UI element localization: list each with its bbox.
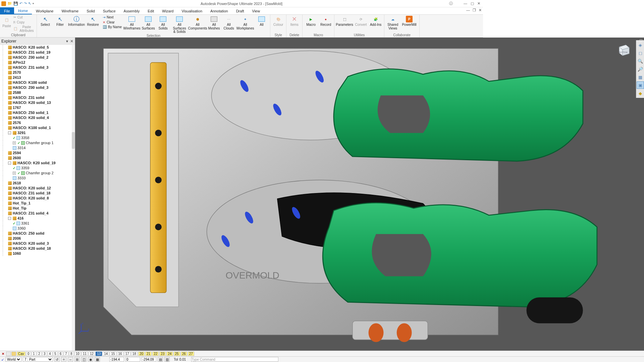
tree-item[interactable]: HASCO: K20 solid_12 xyxy=(8,186,71,191)
tab-annotation[interactable]: Annotation xyxy=(206,7,232,14)
all-meshes-button[interactable]: All Meshes xyxy=(208,15,220,30)
tree-item[interactable]: 3314 xyxy=(13,145,71,150)
tree-item[interactable]: HASCO: Z31 solid_3 xyxy=(8,65,71,70)
scrollbar-thumb[interactable] xyxy=(72,132,75,149)
file-menu[interactable]: File xyxy=(0,7,14,14)
panel-pin-icon[interactable]: ▾ xyxy=(66,39,68,44)
tree-item[interactable]: HASCO: K20 solid_18 xyxy=(8,246,71,251)
tree-item[interactable]: 2413 xyxy=(8,75,71,80)
tree-item[interactable]: 2006 xyxy=(8,236,71,241)
colour-button[interactable]: 🎨Colour xyxy=(272,15,284,27)
tree-item[interactable]: HASCO: K100 solid xyxy=(8,80,71,85)
all-components-button[interactable]: ⬢All Components xyxy=(190,15,206,30)
tree-item[interactable]: HASCO: K20 solid_4 xyxy=(8,115,71,120)
tree-item[interactable]: HASCO: Z00 solid_3 xyxy=(8,85,71,90)
tab-wizard[interactable]: Wizard xyxy=(158,7,177,14)
tab-workplane[interactable]: Workplane xyxy=(32,7,57,14)
tree-item[interactable]: APin12 xyxy=(8,60,71,65)
panel-close-icon[interactable]: ✕ xyxy=(70,39,73,44)
collapse-icon[interactable]: - xyxy=(8,162,11,165)
qat-select-icon[interactable]: ↖ xyxy=(28,1,31,6)
close-button[interactable]: ✕ xyxy=(477,1,480,6)
filter-button[interactable]: ↖Filter xyxy=(54,15,66,27)
tree-item[interactable]: HASCO: Z31 solid_18 xyxy=(8,191,71,196)
tab-edit[interactable]: Edit xyxy=(144,7,158,14)
tree-item[interactable]: +✓Chamfer group 1 xyxy=(13,140,71,145)
scrollbar-track[interactable] xyxy=(72,45,75,275)
all-surfaces-button[interactable]: All Surfaces xyxy=(142,15,155,30)
expand-icon[interactable]: + xyxy=(13,172,16,175)
tree-item[interactable]: 2588 xyxy=(8,90,71,95)
delete-items-button[interactable]: ✕Items xyxy=(288,15,300,27)
help-icon[interactable]: ⓘ xyxy=(449,1,453,6)
mdi-minimize-icon[interactable]: — xyxy=(466,8,470,12)
macro-button[interactable]: ▶Macro xyxy=(305,15,317,27)
record-button[interactable]: ●Record xyxy=(319,15,332,27)
tab-visualisation[interactable]: Visualisation xyxy=(177,7,206,14)
tree-item[interactable]: 2618 xyxy=(8,181,71,186)
tree-item[interactable]: Hot_Tip xyxy=(8,206,71,211)
information-button[interactable]: ⓘInformation xyxy=(68,15,85,27)
tree-item[interactable]: Hot_Tip_1 xyxy=(8,201,71,206)
tab-draft[interactable]: Draft xyxy=(232,7,248,14)
mdi-restore-icon[interactable]: ❐ xyxy=(473,8,476,12)
expand-icon[interactable]: + xyxy=(13,141,16,144)
tree-item[interactable]: HASCO: Z50 solid xyxy=(8,231,71,236)
all-solids-button[interactable]: All Solids xyxy=(157,15,169,30)
copy-button[interactable]: ⎘Copy xyxy=(13,20,35,25)
tree-item[interactable]: 2576 xyxy=(8,120,71,125)
clear-button[interactable]: ✕Clear xyxy=(103,20,122,25)
tree-item[interactable]: 2600 xyxy=(8,156,71,161)
viewport-3d[interactable]: ⊟ xyxy=(75,38,483,275)
tree-item[interactable]: HASCO: K20 solid_8 xyxy=(8,196,71,201)
tree-item[interactable]: HASCO: Z31 solid_4 xyxy=(8,211,71,216)
all-clouds-button[interactable]: ⋯All Clouds xyxy=(222,15,235,30)
tree-item[interactable]: -416 xyxy=(8,216,71,221)
parameters-button[interactable]: ⬚Parameters xyxy=(336,15,353,27)
tree-item[interactable]: HASCO: Z50 solid_1 xyxy=(8,110,71,115)
restore-button[interactable]: ↖Restore xyxy=(87,15,99,27)
collapse-icon[interactable]: - xyxy=(8,131,11,134)
tab-view[interactable]: View xyxy=(248,7,264,14)
tree-item[interactable]: 3333 xyxy=(13,176,71,181)
next-button[interactable]: ⇥Next xyxy=(103,15,122,20)
powermill-button[interactable]: PPowerMill xyxy=(401,15,417,27)
tree-item[interactable]: 1060 xyxy=(8,251,71,256)
tree-item[interactable]: 2594 xyxy=(8,150,71,156)
qat-save-icon[interactable]: 💾 xyxy=(13,1,18,6)
convert-button[interactable]: ⟳Convert xyxy=(355,15,367,27)
tab-assembly[interactable]: Assembly xyxy=(120,7,144,14)
tree-item[interactable]: ✓3361 xyxy=(13,221,71,226)
tree-item[interactable]: 1767 xyxy=(8,105,71,110)
tree-item[interactable]: -3291 xyxy=(8,130,71,135)
qat-dropdown-icon[interactable]: ▾ xyxy=(33,2,34,5)
tree-item[interactable]: HASCO: K20 solid_5 xyxy=(8,45,71,50)
tree-item[interactable]: ✓3359 xyxy=(13,166,71,171)
tree-item[interactable]: 3360 xyxy=(13,226,71,231)
minimize-button[interactable]: — xyxy=(464,1,467,6)
collapse-icon[interactable]: - xyxy=(8,217,11,220)
all-surf-solids-button[interactable]: All Surfaces & Solids xyxy=(171,15,187,34)
paste-attributes-button[interactable]: 📋Paste Attributes xyxy=(13,25,35,33)
tab-wireframe[interactable]: Wireframe xyxy=(57,7,83,14)
qat-open-icon[interactable]: 📁 xyxy=(7,1,12,6)
tree-item[interactable]: 2570 xyxy=(8,70,71,75)
select-button[interactable]: ↖Select xyxy=(39,15,52,27)
tree-item[interactable]: -HASCO: K20 solid_19 xyxy=(8,161,71,166)
all-wireframes-button[interactable]: All Wireframes xyxy=(124,15,140,30)
cut-button[interactable]: ✂Cut xyxy=(13,15,35,20)
paste-button[interactable]: 📋Paste xyxy=(2,15,11,28)
tree-item[interactable]: HASCO: K20 solid_13 xyxy=(8,100,71,105)
explorer-tree[interactable]: HASCO: K20 solid_5HASCO: Z31 solid_19HAS… xyxy=(0,45,75,275)
addins-button[interactable]: 🧩Add-Ins xyxy=(369,15,382,27)
tree-item[interactable]: HASCO: K100 solid_1 xyxy=(8,125,71,130)
all-button[interactable]: All xyxy=(255,15,268,27)
tree-item[interactable]: ✓3358 xyxy=(13,135,71,140)
tree-item[interactable]: HASCO: Z31 solid xyxy=(8,95,71,100)
qat-undo-icon[interactable]: ↶ xyxy=(19,1,22,6)
all-workplanes-button[interactable]: ✦All Workplanes xyxy=(237,15,253,30)
tab-solid[interactable]: Solid xyxy=(83,7,99,14)
tab-home[interactable]: Home xyxy=(14,7,32,14)
tree-item[interactable]: HASCO: Z31 solid_19 xyxy=(8,50,71,55)
tree-item[interactable]: +✓Chamfer group 2 xyxy=(13,171,71,176)
